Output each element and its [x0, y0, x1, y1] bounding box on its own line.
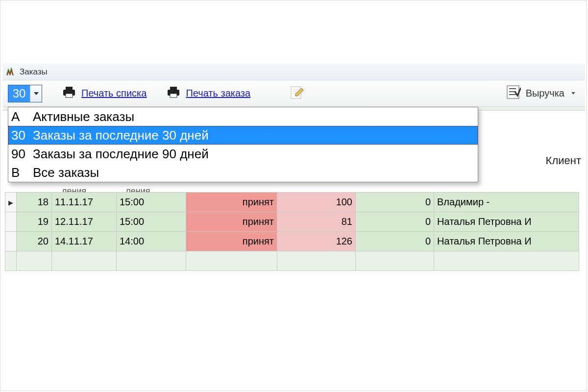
table-row[interactable]: ▸ 18 11.11.17 15:00 принят 100 0 Владими…	[5, 193, 579, 212]
cell-rest[interactable]: 0	[356, 193, 434, 212]
row-indicator: ▸	[5, 193, 17, 212]
cell-rest[interactable]: 0	[356, 212, 434, 232]
cell-date[interactable]: 11.11.17	[52, 193, 117, 212]
checklist-icon	[506, 85, 521, 102]
orders-table[interactable]: ▸ 18 11.11.17 15:00 принят 100 0 Владими…	[5, 192, 579, 271]
partial-headers: ления ления	[62, 186, 585, 190]
cell-number[interactable]: 19	[17, 212, 52, 232]
cell-number[interactable]: 20	[17, 232, 52, 251]
cell-rest[interactable]: 0	[356, 232, 434, 251]
svg-rect-2	[66, 94, 73, 98]
chevron-down-icon	[571, 92, 575, 95]
cell-client[interactable]: Наталья Петровна И	[434, 212, 579, 232]
app-icon	[6, 67, 16, 77]
svg-rect-5	[170, 94, 177, 98]
chevron-down-icon[interactable]	[30, 85, 42, 102]
column-header-client: Клиент	[546, 154, 581, 167]
edit-icon	[290, 93, 304, 101]
revenue-button[interactable]: Выручка	[506, 85, 575, 102]
window-title: Заказы	[20, 67, 48, 77]
cell-time[interactable]: 15:00	[117, 193, 186, 212]
svg-rect-1	[66, 87, 73, 91]
svg-rect-4	[170, 87, 177, 91]
filter-value: 30	[8, 85, 30, 102]
cell-status[interactable]: принят	[186, 212, 277, 232]
table-row-empty	[5, 251, 579, 271]
printer-icon	[166, 86, 181, 101]
cell-amount[interactable]: 126	[277, 232, 356, 251]
cell-time[interactable]: 14:00	[117, 232, 186, 251]
print-list-label: Печать списка	[81, 88, 147, 99]
print-order-label: Печать заказа	[186, 88, 250, 99]
filter-option-all[interactable]: В Все заказы	[8, 163, 478, 182]
cell-client[interactable]: Наталья Петровна И	[434, 232, 579, 251]
cell-time[interactable]: 15:00	[117, 212, 186, 232]
titlebar: Заказы	[3, 64, 585, 80]
filter-dropdown[interactable]: А Активные заказы 30 Заказы за последние…	[8, 107, 478, 182]
orders-window: Заказы 30 Печать списка	[3, 64, 585, 318]
print-list-button[interactable]: Печать списка	[62, 86, 147, 101]
cell-status[interactable]: принят	[186, 193, 277, 212]
toolbar: 30 Печать списка	[3, 80, 585, 107]
table-row[interactable]: 19 12.11.17 15:00 принят 81 0 Наталья Пе…	[5, 212, 579, 232]
edit-button[interactable]	[290, 85, 304, 102]
row-indicator	[5, 212, 17, 232]
cell-number[interactable]: 18	[17, 193, 52, 212]
cell-client[interactable]: Владимир -	[434, 193, 579, 212]
row-indicator	[5, 232, 17, 251]
cell-status[interactable]: принят	[186, 232, 277, 251]
print-order-button[interactable]: Печать заказа	[166, 86, 250, 101]
cell-amount[interactable]: 100	[277, 193, 356, 212]
table-row[interactable]: 20 14.11.17 14:00 принят 126 0 Наталья П…	[5, 232, 579, 251]
filter-select[interactable]: 30	[8, 85, 42, 102]
cell-date[interactable]: 14.11.17	[52, 232, 117, 251]
revenue-label: Выручка	[526, 88, 564, 99]
filter-option-30[interactable]: 30 Заказы за последние 30 дней	[8, 126, 478, 145]
cell-date[interactable]: 12.11.17	[52, 212, 117, 232]
filter-option-90[interactable]: 90 Заказы за последние 90 дней	[8, 145, 478, 163]
cell-amount[interactable]: 81	[277, 212, 356, 232]
filter-option-active[interactable]: А Активные заказы	[8, 107, 478, 126]
printer-icon	[62, 86, 76, 101]
